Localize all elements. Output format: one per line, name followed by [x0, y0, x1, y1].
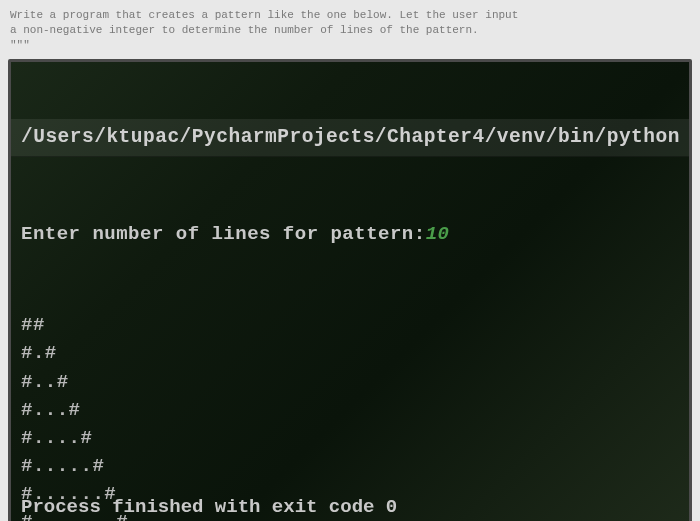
input-prompt-line: Enter number of lines for pattern:10 [21, 220, 679, 249]
docstring-close: """ [10, 38, 690, 53]
pattern-line: #..# [21, 368, 679, 396]
terminal-panel[interactable]: /Users/ktupac/PycharmProjects/Chapter4/v… [8, 59, 692, 521]
pattern-line: ## [21, 311, 679, 339]
editor-docstring-area: Write a program that creates a pattern l… [0, 0, 700, 59]
prompt-text: Enter number of lines for pattern: [21, 223, 426, 245]
pattern-line: #.# [21, 339, 679, 367]
pattern-line: #....# [21, 424, 679, 452]
user-entered-value: 10 [426, 223, 450, 245]
interpreter-path: /Users/ktupac/PycharmProjects/Chapter4/v… [11, 119, 689, 157]
docstring-line-2: a non-negative integer to determine the … [10, 23, 690, 38]
terminal-output: /Users/ktupac/PycharmProjects/Chapter4/v… [11, 62, 689, 521]
pattern-line: #...# [21, 396, 679, 424]
docstring-line-1: Write a program that creates a pattern l… [10, 8, 690, 23]
process-exit-message: Process finished with exit code 0 [21, 496, 397, 518]
pattern-line: #.....# [21, 452, 679, 480]
pattern-output: ###.##..##...##....##.....##......##....… [21, 311, 679, 521]
